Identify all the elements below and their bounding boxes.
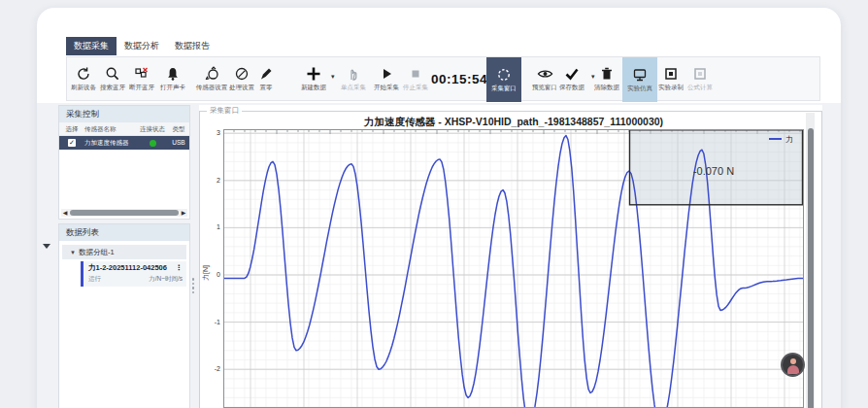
stop-icon [408,66,423,82]
sensor-settings-icon [204,66,219,82]
chart-title: 力加速度传感器 - XHSP-V10HID_path_-1981348857_1… [223,116,804,129]
data-item-status: 运行 [88,275,101,284]
splitter-grip[interactable] [191,276,195,295]
simulation-icon [632,67,648,83]
eye-icon [537,66,553,82]
assistant-avatar-button[interactable] [781,353,805,377]
column-connection-status: 连接状态 [137,122,168,135]
play-icon [379,66,394,82]
item-menu-icon[interactable]: ⋮ [176,263,184,273]
formula-calculation-button[interactable]: 公式计算 [680,57,720,100]
refresh-icon [76,66,91,82]
checkmark-icon [564,66,580,82]
stop-collect-button[interactable]: 停止采集 [395,57,436,100]
chart-vertical-scrollbar[interactable] [806,113,815,408]
y-tick-label: 2 [207,177,220,184]
y-tick-label: -1 [207,319,220,325]
expand-triangle-icon[interactable]: ▼ [70,250,76,255]
desktop: 数据采集 数据分析 数据报告 刷新设备 搜索蓝牙 [0,0,868,408]
scrollbar-thumb[interactable] [808,128,814,408]
app-window: 数据采集 数据分析 数据报告 刷新设备 搜索蓝牙 [37,8,841,408]
tab-data-analysis[interactable]: 数据分析 [117,37,167,55]
waveform-plot[interactable]: -0.070 N力 [223,129,804,408]
collect-window-button[interactable]: 采集窗口 [486,57,521,102]
sensor-row[interactable]: ✓ 力加速度传感器 USB [59,136,189,150]
data-list-panel: 数据列表 ▼数据分组-1 力1-2-20251112-042506 ⋮ 运行 力… [58,223,190,408]
open-soundcard-button[interactable]: 打开声卡 [152,57,193,100]
sensor-table-header: 选择 传感器名称 连接状态 类型 [59,122,189,136]
pointer-hand-icon [346,66,361,82]
data-group-row[interactable]: ▼数据分组-1 [62,245,186,259]
column-type: 类型 [168,122,189,135]
chart-fieldset-label: 采集窗口 [207,106,242,116]
main-toolbar: 刷新设备 搜索蓝牙 断开蓝牙 [66,56,820,101]
trash-icon [599,66,615,82]
clear-data-button[interactable]: 清除数据 [586,57,627,100]
avatar-head [790,358,796,364]
collect-control-panel: 采集控制 选择 传感器名称 连接状态 类型 ✓ 力加速度传感器 USB ◀ ▶ [58,105,190,220]
y-axis-title: 力[N] [201,265,211,281]
column-select: 选择 [59,122,84,135]
scroll-left-icon[interactable]: ◀ [61,209,69,217]
sensor-type: USB [168,136,189,150]
y-tick-label: -2 [207,365,220,372]
y-tick-label: 1 [207,223,220,230]
scrollbar-thumb[interactable] [70,210,179,216]
plus-icon [305,66,322,82]
horizontal-scrollbar[interactable]: ◀ ▶ [61,209,187,217]
data-list-item[interactable]: 力1-2-20251112-042506 ⋮ 运行 力/N~时间/s [81,261,186,287]
sidebar-collapse-icon[interactable] [43,244,50,249]
scroll-right-icon[interactable]: ▶ [180,209,187,217]
set-zero-button[interactable]: 置零 [248,57,284,100]
annotation-value: -0.070 N [693,165,734,177]
dashed-circle-icon [496,67,512,83]
data-item-title: 力1-2-20251112-042506 [88,263,167,273]
y-tick-label: 3 [207,129,220,136]
formula-icon [692,66,708,82]
record-frame-icon [663,66,679,82]
elapsed-timer: 00:15:54 [433,57,485,100]
legend-label: 力 [785,135,793,144]
tab-data-report[interactable]: 数据报告 [167,37,217,55]
status-dot [150,140,156,147]
pen-icon [258,66,274,82]
sensor-checkbox[interactable]: ✓ [68,139,76,147]
data-list-header: 数据列表 [59,224,189,241]
collect-window-panel: 采集窗口 力加速度传感器 - XHSP-V10HID_path_-1981348… [199,105,822,408]
avatar-body [787,365,799,374]
new-data-button[interactable]: 新建数据 ▾ [293,57,334,100]
sensor-name: 力加速度传感器 [84,136,137,150]
column-sensor-name: 传感器名称 [84,122,137,135]
search-icon [105,66,120,82]
bluetooth-disconnect-icon [134,66,150,82]
collect-control-header: 采集控制 [59,106,189,122]
data-item-axes: 力/N~时间/s [149,275,183,284]
tab-data-collect[interactable]: 数据采集 [66,37,117,55]
bell-icon [165,66,181,82]
